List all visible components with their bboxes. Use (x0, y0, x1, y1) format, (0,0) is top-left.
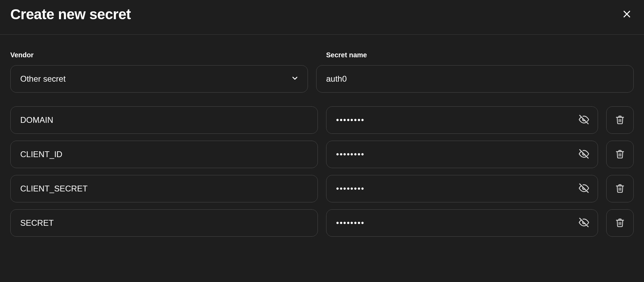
trash-icon (615, 149, 625, 160)
eye-off-icon (579, 183, 589, 195)
toggle-visibility-button[interactable] (577, 182, 590, 196)
toggle-visibility-button[interactable] (577, 216, 590, 230)
trash-icon (615, 115, 625, 126)
delete-row-button[interactable] (606, 209, 634, 237)
close-button[interactable] (620, 7, 634, 22)
secret-value-input[interactable] (326, 209, 598, 237)
secret-key-input[interactable] (10, 209, 318, 237)
close-icon (622, 9, 632, 20)
dialog-body: Vendor Secret name Other secret (0, 35, 644, 247)
vendor-label: Vendor (10, 51, 318, 59)
secret-row (10, 209, 634, 237)
field-labels-row: Vendor Secret name (10, 51, 634, 59)
eye-off-icon (579, 115, 589, 126)
secret-row (10, 106, 634, 134)
secret-key-input[interactable] (10, 175, 318, 202)
vendor-select-value: Other secret (20, 74, 66, 84)
eye-off-icon (579, 218, 589, 229)
secret-key-input[interactable] (10, 106, 318, 134)
delete-row-button[interactable] (606, 175, 634, 202)
vendor-select[interactable]: Other secret (10, 65, 308, 93)
delete-row-button[interactable] (606, 106, 634, 134)
eye-off-icon (579, 149, 589, 160)
secret-name-label: Secret name (326, 51, 634, 59)
secret-rows (10, 106, 634, 237)
toggle-visibility-button[interactable] (577, 113, 590, 127)
trash-icon (615, 218, 625, 228)
top-fields-row: Other secret (10, 65, 634, 93)
toggle-visibility-button[interactable] (577, 148, 590, 162)
secret-value-input[interactable] (326, 106, 598, 134)
secret-key-input[interactable] (10, 141, 318, 168)
secret-row (10, 141, 634, 168)
secret-name-input[interactable] (316, 65, 634, 93)
trash-icon (615, 184, 625, 194)
dialog-title: Create new secret (10, 6, 131, 23)
secret-value-input[interactable] (326, 175, 598, 202)
secret-value-input[interactable] (326, 141, 598, 168)
dialog-header: Create new secret (0, 0, 644, 35)
secret-row (10, 175, 634, 202)
delete-row-button[interactable] (606, 141, 634, 168)
